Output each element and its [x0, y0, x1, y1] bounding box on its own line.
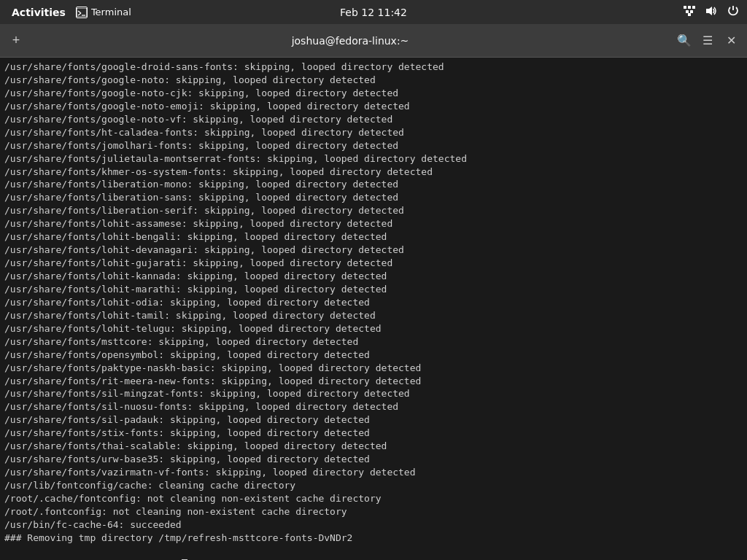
terminal-line: /usr/share/fonts/google-noto-cjk: skippi…: [4, 87, 743, 100]
terminal-line: /usr/share/fonts/lohit-marathi: skipping…: [4, 283, 743, 296]
terminal-line: /usr/share/fonts/lohit-tamil: skipping, …: [4, 309, 743, 322]
terminal-line: /usr/share/fonts/liberation-sans: skippi…: [4, 191, 743, 204]
volume-icon[interactable]: [705, 5, 718, 20]
terminal-line: /usr/share/fonts/lohit-devanagari: skipp…: [4, 244, 743, 257]
terminal-line: /usr/share/fonts/jomolhari-fonts: skippi…: [4, 139, 743, 152]
search-button[interactable]: 🔍: [674, 31, 694, 51]
terminal-line: /usr/share/fonts/sil-mingzat-fonts: skip…: [4, 387, 743, 400]
terminal-line: /usr/share/fonts/stix-fonts: skipping, l…: [4, 427, 743, 440]
power-icon[interactable]: [727, 4, 740, 20]
svg-rect-5: [688, 6, 691, 9]
system-datetime: Feb 12 11:42: [340, 7, 407, 18]
menu-button[interactable]: ☰: [697, 31, 718, 51]
network-icon[interactable]: [683, 5, 696, 20]
terminal-line: /usr/lib/fontconfig/cache: cleaning cach…: [4, 479, 743, 492]
terminal-line: /usr/share/fonts/lohit-assamese: skippin…: [4, 217, 743, 230]
system-bar-right: [683, 4, 740, 20]
terminal-line: /usr/share/fonts/liberation-serif: skipp…: [4, 204, 743, 217]
system-bar: Activities Terminal Feb 12 11:42: [0, 0, 747, 24]
terminal-line: /usr/share/fonts/khmer-os-system-fonts: …: [4, 166, 743, 179]
terminal-line: /usr/share/fonts/vazirmatn-vf-fonts: ski…: [4, 466, 743, 479]
terminal-line: /usr/share/fonts/lohit-telugu: skipping,…: [4, 322, 743, 335]
activities-button[interactable]: Activities: [7, 5, 70, 20]
terminal-window: + joshua@fedora-linux:~ 🔍 ☰ ✕ /usr/share…: [0, 24, 747, 560]
terminal-output: /usr/share/fonts/google-droid-sans-fonts…: [4, 61, 743, 545]
terminal-line: /usr/share/fonts/msttcore: skipping, loo…: [4, 335, 743, 349]
terminal-line: /usr/bin/fc-cache-64: succeeded: [4, 518, 743, 532]
terminal-line: /usr/share/fonts/sil-nuosu-fonts: skippi…: [4, 400, 743, 413]
terminal-line: /usr/share/fonts/rit-meera-new-fonts: sk…: [4, 375, 743, 388]
svg-rect-4: [684, 6, 686, 9]
terminal-line: /usr/share/fonts/ht-caladea-fonts: skipp…: [4, 126, 743, 139]
terminal-line: /usr/share/fonts/google-noto-vf: skippin…: [4, 113, 743, 126]
close-button[interactable]: ✕: [721, 31, 741, 51]
terminal-taskbar-icon: [76, 7, 88, 18]
new-tab-button[interactable]: +: [6, 31, 26, 51]
terminal-line: /usr/share/fonts/thai-scalable: skipping…: [4, 440, 743, 453]
terminal-line: /usr/share/fonts/lohit-odia: skipping, l…: [4, 296, 743, 309]
terminal-taskbar-label: Terminal: [91, 7, 131, 18]
svg-marker-10: [706, 7, 712, 15]
terminal-line: /usr/share/fonts/lohit-bengali: skipping…: [4, 230, 743, 244]
svg-rect-8: [690, 10, 693, 13]
svg-line-1: [78, 11, 81, 13]
terminal-line: /usr/share/fonts/lohit-kannada: skipping…: [4, 270, 743, 283]
terminal-line: /usr/share/fonts/opensymbol: skipping, l…: [4, 349, 743, 362]
terminal-line: ### Removing tmp directory /tmp/refresh-…: [4, 532, 743, 545]
terminal-line: /root/.cache/fontconfig: not cleaning no…: [4, 492, 743, 505]
prompt-line: [joshua@fedora-linux ~]$: [4, 545, 743, 560]
terminal-line: /usr/share/fonts/sil-padauk: skipping, l…: [4, 413, 743, 427]
terminal-line: /usr/share/fonts/liberation-mono: skippi…: [4, 178, 743, 191]
svg-rect-6: [692, 6, 695, 9]
terminal-line: /root/.fontconfig: not cleaning non-exis…: [4, 505, 743, 518]
terminal-line: /usr/share/fonts/google-droid-sans-fonts…: [4, 61, 743, 74]
terminal-actions: 🔍 ☰ ✕: [674, 31, 741, 51]
terminal-content[interactable]: /usr/share/fonts/google-droid-sans-fonts…: [0, 58, 747, 560]
terminal-line: /usr/share/fonts/paktype-naskh-basic: sk…: [4, 362, 743, 375]
terminal-tab[interactable]: joshua@fedora-linux:~: [32, 35, 668, 47]
terminal-line: /usr/share/fonts/lohit-gujarati: skippin…: [4, 257, 743, 270]
svg-line-2: [78, 13, 81, 15]
terminal-titlebar: + joshua@fedora-linux:~ 🔍 ☰ ✕: [0, 24, 747, 58]
terminal-line: /usr/share/fonts/google-noto-emoji: skip…: [4, 100, 743, 113]
terminal-line: /usr/share/fonts/julietaula-montserrat-f…: [4, 152, 743, 166]
svg-rect-9: [688, 13, 691, 16]
terminal-indicator: Terminal: [76, 7, 131, 18]
terminal-line: /usr/share/fonts/urw-base35: skipping, l…: [4, 453, 743, 466]
svg-rect-7: [686, 10, 689, 13]
system-bar-left: Activities Terminal: [7, 5, 131, 20]
terminal-line: /usr/share/fonts/google-noto: skipping, …: [4, 74, 743, 87]
